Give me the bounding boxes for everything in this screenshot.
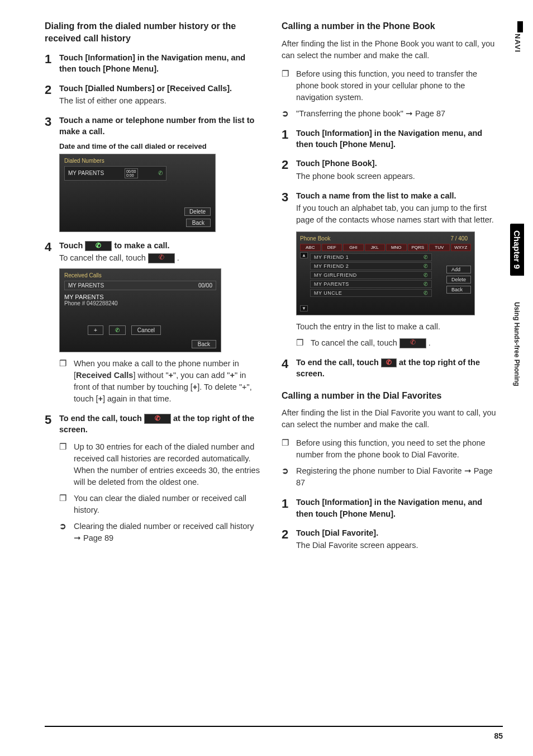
row-name: MY PARENTS xyxy=(314,281,420,287)
right-step-4: 4 To end the call, touch at the top righ… xyxy=(282,357,499,380)
left-heading: Dialing from the dialed number history o… xyxy=(45,20,263,44)
step-number: 4 xyxy=(45,240,59,405)
right-step-3: 3 Touch a name from the list to make a c… xyxy=(282,190,499,349)
left-column: Dialing from the dialed number history o… xyxy=(45,20,263,551)
rstepB-text: Touch [Dial Favorite]. xyxy=(296,527,499,538)
row-name: MY FRIEND 2 xyxy=(314,263,420,269)
phonebook-row[interactable]: MY FRIEND 2✆ xyxy=(310,262,432,270)
step4-sub-b: . xyxy=(177,253,179,262)
right-para-2: After finding the list in the Dial Favor… xyxy=(282,407,499,431)
scroll-up-icon[interactable]: ▲ xyxy=(300,252,308,258)
phonebook-row[interactable]: MY GIRLFRIEND✆ xyxy=(310,271,432,279)
right-step-b: 2 Touch [Dial Favorite]. The Dial Favori… xyxy=(282,527,499,551)
phonebook-row[interactable]: MY FRIEND 1✆ xyxy=(310,253,432,261)
step4-text: Touch to make a call. xyxy=(59,240,263,251)
phone-icon: ✆ xyxy=(158,170,163,176)
phone-icon: ✆ xyxy=(423,263,428,269)
phonebook-title-row: Phone Book 7 / 400 xyxy=(300,235,471,242)
bullet-item: ❐ To cancel the call, touch . xyxy=(296,337,499,349)
footer-rule xyxy=(45,726,503,727)
reference-arrow-icon: ➲ xyxy=(282,465,291,489)
phonebook-row[interactable]: MY PARENTS✆ xyxy=(310,280,432,288)
dialed-back-button[interactable]: Back xyxy=(186,219,211,227)
call-hangup-icon[interactable] xyxy=(399,338,426,348)
step4-text-a: Touch xyxy=(59,241,85,250)
step1-text: Touch [Information] in the Navigation me… xyxy=(59,52,263,75)
left-step-2: 2 Touch [Dialled Numbers] or [Received C… xyxy=(45,83,263,107)
step-number: 2 xyxy=(45,83,59,107)
bullet-text: You can clear the dialed number or recei… xyxy=(74,493,263,516)
step-number: 3 xyxy=(45,115,59,232)
call-hangup-icon[interactable] xyxy=(381,358,397,367)
right-heading-2: Calling a number in the Dial Favorites xyxy=(282,390,499,402)
row-name: MY UNCLE xyxy=(314,290,420,296)
phonebook-tab[interactable]: JKL xyxy=(365,244,386,251)
rstep4-text: To end the call, touch at the top right … xyxy=(296,357,499,380)
bullet-item: ❐ Before using this function, you need t… xyxy=(282,437,499,461)
t-bold: + xyxy=(98,394,103,403)
phone-icon: ✆ xyxy=(423,272,428,278)
bullet-item: ❐ When you make a call to the phone numb… xyxy=(59,358,263,405)
call-hangup-icon[interactable] xyxy=(144,414,171,424)
step4-text-b: to make a call. xyxy=(114,241,169,250)
step5-bullets: ❐ Up to 30 entries for each of the diale… xyxy=(59,441,263,516)
step5-text: To end the call, touch at the top right … xyxy=(59,413,263,436)
phonebook-tab[interactable]: DEF xyxy=(322,244,342,251)
rstep3-sub: If you touch an alphabet tab, you can ju… xyxy=(296,202,499,226)
phonebook-row[interactable]: MY UNCLE✆ xyxy=(310,289,432,297)
call-hangup-icon[interactable] xyxy=(148,253,175,263)
step-number: 4 xyxy=(282,357,296,380)
rstep3-text: Touch a name from the list to make a cal… xyxy=(296,190,499,201)
step3-text: Touch a name or telephone number from th… xyxy=(59,115,263,138)
scroll-down-icon[interactable]: ▼ xyxy=(300,305,308,311)
received-cancel-button[interactable]: Cancel xyxy=(131,325,161,335)
square-bullet-icon: ❐ xyxy=(59,358,68,405)
right-heading-1: Calling a number in the Phone Book xyxy=(282,20,499,32)
dialed-title: Dialed Numbers xyxy=(64,158,211,164)
dialed-row[interactable]: MY PARENTS 00/00 0:00 ✆ xyxy=(64,166,166,181)
reference-text: Registering the phone number to Dial Fav… xyxy=(296,465,499,489)
bullet-text: To cancel the call, touch . xyxy=(311,337,431,349)
right-step-1: 1 Touch [Information] in the Navigation … xyxy=(282,127,499,150)
square-bullet-icon: ❐ xyxy=(59,493,68,516)
call-offhook-icon[interactable] xyxy=(85,241,112,251)
t-bold: Received Calls xyxy=(76,371,133,380)
phonebook-tab[interactable]: ABC xyxy=(300,244,321,251)
step5-text-a: To end the call, touch xyxy=(59,414,144,423)
phonebook-tab[interactable]: MNO xyxy=(386,244,407,251)
phonebook-add-button[interactable]: Add xyxy=(446,266,471,273)
received-header-row[interactable]: MY PARENTS 00/00 xyxy=(64,281,216,290)
side-navi-label: NAVI xyxy=(513,34,522,53)
bullet-item: ❐ Before using this function, you need t… xyxy=(282,68,499,103)
received-caller-name: MY PARENTS xyxy=(64,294,216,300)
bullet-text: Before using this function, you need to … xyxy=(296,68,499,103)
bullet-text: Up to 30 entries for each of the dialed … xyxy=(74,441,263,488)
received-call-button[interactable]: ✆ xyxy=(109,325,126,335)
dialed-delete-button[interactable]: Delete xyxy=(184,207,211,216)
step-number: 1 xyxy=(282,497,296,519)
page-number: 85 xyxy=(494,731,503,740)
square-bullet-icon: ❐ xyxy=(282,437,291,461)
phone-book-screenshot: Phone Book 7 / 400 ABC DEF GHI JKL MNO P… xyxy=(296,231,475,315)
cross-reference: ➲ "Transferring the phone book" ➞ Page 8… xyxy=(282,108,499,120)
content-columns: Dialing from the dialed number history o… xyxy=(45,20,499,551)
received-plus-button[interactable]: + xyxy=(88,325,103,335)
right-para-1: After finding the list in the Phone Book… xyxy=(282,38,499,62)
step2-sub: The list of either one appears. xyxy=(59,95,263,107)
phonebook-tab[interactable]: PQRS xyxy=(408,244,429,251)
row-name: MY FRIEND 1 xyxy=(314,254,420,260)
step-number: 5 xyxy=(45,413,59,544)
rstep2-sub: The phone book screen appears. xyxy=(296,171,499,182)
phonebook-delete-button[interactable]: Delete xyxy=(446,276,471,284)
step-number: 1 xyxy=(45,52,59,75)
phonebook-scroll: ▲ ▼ xyxy=(300,252,308,311)
phonebook-back-button[interactable]: Back xyxy=(446,286,471,294)
phonebook-tab[interactable]: GHI xyxy=(343,244,364,251)
phonebook-tab[interactable]: WXYZ xyxy=(451,244,472,251)
step3-caption: Date and time of the call dialed or rece… xyxy=(59,142,263,150)
row-name: MY GIRLFRIEND xyxy=(314,272,420,278)
received-back-button[interactable]: Back xyxy=(192,340,216,348)
bullet-item: ❐ Up to 30 entries for each of the diale… xyxy=(59,441,263,488)
received-button-row: + ✆ Cancel xyxy=(88,325,161,335)
phonebook-tab[interactable]: TUV xyxy=(429,244,450,251)
